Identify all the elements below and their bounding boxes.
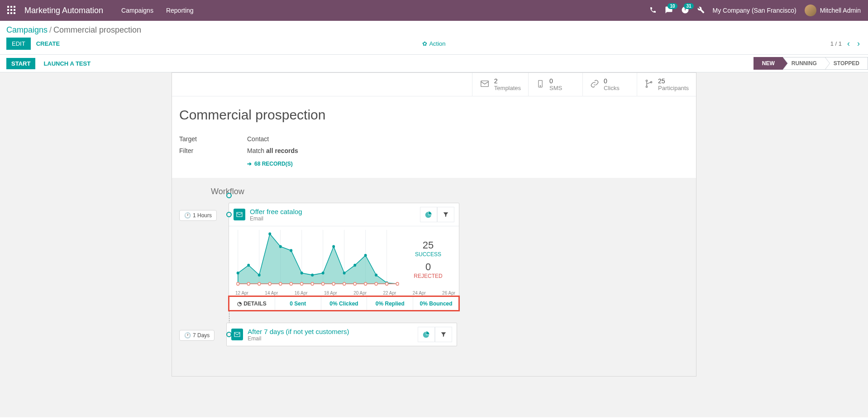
svg-point-41 bbox=[247, 282, 250, 286]
create-button[interactable]: CREATE bbox=[31, 38, 65, 50]
chart-toggle-button[interactable] bbox=[418, 327, 435, 342]
svg-point-31 bbox=[322, 272, 324, 275]
breadcrumb-root[interactable]: Campaigns bbox=[6, 25, 48, 35]
nav-campaigns[interactable]: Campaigns bbox=[121, 7, 153, 14]
activity-card: Offer free catalog Email bbox=[229, 203, 459, 311]
svg-rect-0 bbox=[7, 6, 9, 8]
arrow-right-icon: ➔ bbox=[247, 161, 252, 167]
pie-icon: ◔ bbox=[237, 301, 242, 307]
filter-button[interactable] bbox=[435, 327, 452, 342]
svg-point-43 bbox=[268, 282, 271, 286]
replied-stat[interactable]: 0% Replied bbox=[367, 297, 413, 310]
debug-icon[interactable] bbox=[697, 6, 705, 15]
statusbar: START LAUNCH A TEST NEW RUNNING STOPPED bbox=[0, 54, 868, 72]
activities-icon[interactable]: 31 bbox=[681, 6, 689, 15]
svg-rect-8 bbox=[14, 12, 15, 14]
svg-rect-2 bbox=[14, 6, 15, 8]
activity-row: 🕐 7 Days After 7 days (if not yet custom… bbox=[179, 323, 689, 346]
link-icon bbox=[590, 79, 599, 90]
svg-rect-5 bbox=[14, 9, 15, 11]
svg-point-34 bbox=[353, 264, 356, 267]
svg-point-12 bbox=[646, 80, 647, 81]
svg-point-27 bbox=[279, 245, 282, 248]
action-dropdown[interactable]: ✿ Action bbox=[422, 40, 445, 47]
form-scroll[interactable]: 2Templates 0SMS 0Clicks 25Participants C… bbox=[0, 72, 868, 417]
activity-type: Email bbox=[250, 215, 302, 222]
workflow-heading: Workflow bbox=[211, 187, 689, 196]
stat-sms[interactable]: 0SMS bbox=[528, 73, 582, 96]
svg-rect-4 bbox=[10, 9, 12, 11]
nav-links: Campaigns Reporting bbox=[121, 7, 194, 14]
clock-icon: 🕐 bbox=[184, 212, 191, 219]
svg-rect-3 bbox=[7, 9, 9, 11]
svg-rect-1 bbox=[10, 6, 12, 8]
start-button[interactable]: START bbox=[6, 58, 35, 69]
activity-title[interactable]: After 7 days (if not yet customers) bbox=[248, 328, 349, 335]
activity-footer: ◔DETAILS 0 Sent 0% Clicked 0% Replied 0%… bbox=[229, 296, 459, 310]
delay-badge[interactable]: 🕐 7 Days bbox=[179, 330, 215, 341]
activity-card: After 7 days (if not yet customers) Emai… bbox=[226, 323, 457, 346]
activity-chart bbox=[233, 230, 401, 289]
bounced-stat[interactable]: 0% Bounced bbox=[413, 297, 459, 310]
svg-point-25 bbox=[258, 273, 261, 277]
svg-point-28 bbox=[290, 249, 292, 252]
clicked-stat[interactable]: 0% Clicked bbox=[321, 297, 367, 310]
svg-point-35 bbox=[364, 254, 367, 257]
apps-icon[interactable] bbox=[7, 6, 16, 15]
delay-badge[interactable]: 🕐 1 Hours bbox=[179, 210, 217, 221]
messages-icon[interactable]: 10 bbox=[665, 6, 673, 15]
breadcrumb: Campaigns / Commercial prospection bbox=[0, 21, 868, 38]
filter-value: Match all records bbox=[247, 147, 298, 154]
svg-point-53 bbox=[375, 282, 377, 286]
stat-clicks[interactable]: 0Clicks bbox=[582, 73, 637, 96]
gear-icon: ✿ bbox=[422, 40, 427, 47]
timeline: 🕐 1 Hours Offer free catalog Email bbox=[179, 203, 689, 346]
edit-button[interactable]: EDIT bbox=[6, 38, 31, 50]
filter-label: Filter bbox=[179, 147, 247, 154]
phone-icon[interactable] bbox=[649, 6, 657, 15]
chart-stats: 25SUCCESS 0REJECTED bbox=[401, 230, 455, 289]
svg-rect-7 bbox=[10, 12, 12, 14]
svg-point-11 bbox=[540, 86, 541, 86]
company-selector[interactable]: My Company (San Francisco) bbox=[713, 7, 796, 14]
svg-rect-6 bbox=[7, 12, 9, 14]
svg-point-32 bbox=[332, 245, 335, 248]
chart-xaxis: 12 Apr14 Apr16 Apr18 Apr20 Apr22 Apr24 A… bbox=[229, 291, 459, 296]
pager-prev[interactable]: ‹ bbox=[845, 39, 852, 48]
svg-point-45 bbox=[290, 282, 292, 286]
pager-text: 1 / 1 bbox=[830, 40, 842, 47]
svg-point-30 bbox=[311, 273, 314, 277]
pager: 1 / 1 ‹ › bbox=[830, 39, 862, 48]
envelope-icon bbox=[231, 329, 243, 340]
records-link[interactable]: ➔ 68 RECORD(S) bbox=[247, 161, 689, 167]
target-label: Target bbox=[179, 135, 247, 143]
branch-icon bbox=[644, 79, 653, 90]
activity-title[interactable]: Offer free catalog bbox=[250, 208, 302, 215]
stage-new[interactable]: NEW bbox=[754, 57, 783, 70]
breadcrumb-current: Commercial prospection bbox=[53, 25, 141, 35]
filter-button[interactable] bbox=[437, 207, 454, 222]
form-sheet: 2Templates 0SMS 0Clicks 25Participants C… bbox=[172, 72, 696, 377]
svg-point-52 bbox=[364, 282, 367, 286]
chart-toggle-button[interactable] bbox=[420, 207, 437, 222]
stage-stopped[interactable]: STOPPED bbox=[825, 57, 868, 70]
mobile-icon bbox=[536, 79, 545, 90]
svg-point-13 bbox=[646, 86, 647, 87]
svg-point-42 bbox=[258, 282, 261, 286]
user-menu[interactable]: Mitchell Admin bbox=[805, 5, 861, 16]
stage-running[interactable]: RUNNING bbox=[783, 57, 825, 70]
stat-participants[interactable]: 25Participants bbox=[637, 73, 696, 96]
target-value: Contact bbox=[247, 135, 269, 143]
pager-next[interactable]: › bbox=[855, 39, 862, 48]
launch-test-button[interactable]: LAUNCH A TEST bbox=[38, 58, 96, 69]
messages-badge: 10 bbox=[668, 3, 677, 9]
stat-templates[interactable]: 2Templates bbox=[472, 73, 528, 96]
activity-type: Email bbox=[248, 335, 349, 342]
details-button[interactable]: ◔DETAILS bbox=[229, 297, 275, 310]
sent-stat[interactable]: 0 Sent bbox=[275, 297, 321, 310]
activities-badge: 31 bbox=[684, 3, 693, 9]
topbar: Marketing Automation Campaigns Reporting… bbox=[0, 0, 868, 21]
breadcrumb-separator: / bbox=[48, 25, 53, 35]
envelope-icon bbox=[234, 209, 245, 220]
nav-reporting[interactable]: Reporting bbox=[166, 7, 194, 14]
